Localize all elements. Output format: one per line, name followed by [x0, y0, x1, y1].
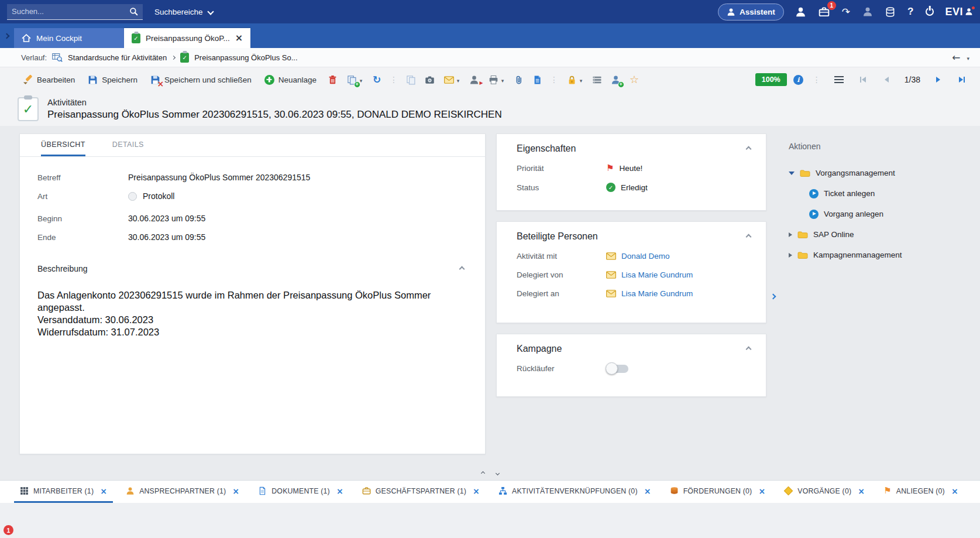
- tree-folder-vorgangsmanagement[interactable]: Vorgangsmanagement: [778, 163, 979, 183]
- envelope-icon: [444, 76, 454, 84]
- bottom-tab-bar: MITARBEITER (1) ANSPRECHPARTNER (1) DOKU…: [0, 480, 980, 503]
- chevron-expanded-icon[interactable]: [789, 172, 795, 175]
- breadcrumb-item-current[interactable]: Preisanpassung ÖkoPlus So...: [194, 53, 297, 62]
- collapse-beschreibung-icon[interactable]: [459, 266, 465, 272]
- person-link[interactable]: Lisa Marie Gundrum: [621, 289, 693, 298]
- save-button[interactable]: Speichern: [82, 71, 143, 88]
- dropdown-icon[interactable]: [501, 75, 504, 84]
- back-icon[interactable]: [952, 53, 960, 63]
- dropdown-icon[interactable]: [580, 75, 583, 84]
- search-input[interactable]: [12, 7, 129, 16]
- close-tab-icon[interactable]: [758, 486, 765, 496]
- copy-new-button[interactable]: [342, 71, 367, 88]
- close-tab-icon[interactable]: [858, 486, 865, 496]
- bottom-tab-mitarbeiter[interactable]: MITARBEITER (1): [14, 481, 113, 503]
- briefcase-button[interactable]: 1: [817, 5, 831, 19]
- tree-action-vorgang-anlegen[interactable]: Vorgang anlegen: [778, 204, 979, 224]
- close-tab-icon[interactable]: [100, 486, 107, 496]
- envelope-icon[interactable]: [606, 290, 616, 297]
- search-icon[interactable]: [129, 7, 138, 16]
- collapse-card-icon[interactable]: [746, 146, 752, 152]
- beschreibung-text: Das Anlagenkonto 202306291515 wurde im R…: [37, 289, 441, 338]
- close-tab-icon[interactable]: [235, 33, 243, 43]
- assistent-label: Assistent: [740, 8, 775, 16]
- queue-button[interactable]: [588, 71, 606, 88]
- chevron-collapsed-icon[interactable]: [789, 232, 792, 237]
- beginn-value: 30.06.2023 um 09:55: [128, 214, 205, 223]
- collapse-card-icon[interactable]: [746, 346, 752, 352]
- info-icon[interactable]: [793, 75, 803, 85]
- detail-tabs: ÜBERSICHT DETAILS: [20, 134, 485, 157]
- folder-icon: [797, 231, 808, 239]
- camera-icon: [425, 75, 435, 85]
- envelope-icon[interactable]: [606, 271, 616, 279]
- photo-button[interactable]: [421, 71, 438, 88]
- bottom-tab-aktivitaetenverknuepfungen[interactable]: AKTIVITÄTENVERKNÜPFUNGEN (0): [493, 481, 657, 503]
- locked-user-button[interactable]: [861, 5, 874, 18]
- menu-button[interactable]: [830, 71, 848, 88]
- first-page-button[interactable]: [854, 71, 872, 88]
- close-tab-icon[interactable]: [951, 486, 958, 496]
- dropdown-icon[interactable]: [457, 75, 460, 84]
- bottom-tab-vorgaenge[interactable]: VORGÄNGE (0): [778, 481, 871, 503]
- tree-folder-kampagnenmanagement[interactable]: Kampagnenmanagement: [778, 245, 979, 265]
- tab-preisanpassung[interactable]: Preisanpassung ÖkoP...: [124, 28, 250, 48]
- save-close-label: Speichern und schließen: [164, 76, 252, 84]
- bottom-tab-geschaeftspartner[interactable]: GESCHÄFTSPARTNER (1): [356, 481, 486, 503]
- refresh-button[interactable]: [368, 71, 386, 88]
- person-link[interactable]: Donald Demo: [621, 252, 670, 261]
- close-tab-icon[interactable]: [336, 486, 343, 496]
- folder-icon: [797, 251, 808, 259]
- ruecklaeufer-toggle[interactable]: [607, 365, 628, 373]
- tree-action-ticket-anlegen[interactable]: Ticket anlegen: [778, 183, 979, 204]
- delete-button[interactable]: [324, 71, 341, 88]
- protokoll-radio[interactable]: [128, 192, 137, 201]
- user-button[interactable]: [794, 5, 807, 19]
- global-search[interactable]: [7, 4, 143, 20]
- close-tab-icon[interactable]: [644, 486, 651, 496]
- history-nav: [952, 53, 969, 63]
- new-button[interactable]: Neuanlage: [259, 71, 322, 88]
- next-page-button[interactable]: [929, 71, 947, 88]
- bottom-tab-ansprechpartner[interactable]: ANSPRECHPARTNER (1): [120, 481, 245, 503]
- edit-button[interactable]: Bearbeiten: [18, 71, 81, 88]
- last-page-button[interactable]: [953, 71, 971, 88]
- person-link[interactable]: Lisa Marie Gundrum: [621, 270, 693, 279]
- assistent-button[interactable]: Assistent: [718, 4, 784, 20]
- prev-page-button[interactable]: [878, 71, 896, 88]
- search-areas-dropdown[interactable]: Suchbereiche: [154, 8, 213, 16]
- help-button[interactable]: ?: [906, 5, 914, 19]
- history-dropdown-icon[interactable]: [967, 53, 969, 62]
- bottom-tab-dokumente[interactable]: DOKUMENTE (1): [252, 481, 349, 503]
- logout-button[interactable]: [924, 6, 935, 17]
- redo-button[interactable]: [841, 6, 851, 18]
- splitter-up-icon[interactable]: [480, 471, 484, 475]
- email-button[interactable]: [439, 71, 464, 88]
- breadcrumb-item-search[interactable]: Standardsuche für Aktivitäten: [68, 53, 167, 62]
- tab-uebersicht[interactable]: ÜBERSICHT: [41, 134, 85, 156]
- save-close-button[interactable]: Speichern und schließen: [145, 71, 257, 88]
- bottom-tab-anliegen[interactable]: ANLIEGEN (0): [878, 481, 964, 503]
- document-button[interactable]: [528, 71, 546, 88]
- status-label: Status: [517, 183, 606, 192]
- zoom-badge: 100%: [755, 73, 787, 86]
- attachment-button[interactable]: [510, 71, 527, 88]
- sidebar-expand-icon[interactable]: [4, 33, 10, 39]
- collapse-card-icon[interactable]: [746, 234, 752, 239]
- print-button[interactable]: [484, 71, 508, 88]
- tab-mein-cockpit[interactable]: Mein Cockpit: [14, 28, 124, 48]
- server-button[interactable]: [884, 6, 896, 18]
- tab-details[interactable]: DETAILS: [112, 134, 144, 156]
- export-contact-button[interactable]: [465, 71, 483, 88]
- chevron-collapsed-icon[interactable]: [789, 253, 792, 258]
- copy-button[interactable]: [402, 71, 419, 88]
- tree-folder-sap-online[interactable]: SAP Online: [778, 224, 979, 245]
- favorite-button[interactable]: [625, 71, 643, 88]
- envelope-icon[interactable]: [606, 252, 616, 260]
- close-tab-icon[interactable]: [232, 486, 239, 496]
- bottom-tab-foerderungen[interactable]: FÖRDERUNGEN (0): [664, 481, 772, 503]
- splitter-down-icon[interactable]: [495, 471, 499, 475]
- lock-button[interactable]: [562, 71, 587, 88]
- add-person-button[interactable]: [607, 71, 624, 88]
- close-tab-icon[interactable]: [473, 486, 480, 496]
